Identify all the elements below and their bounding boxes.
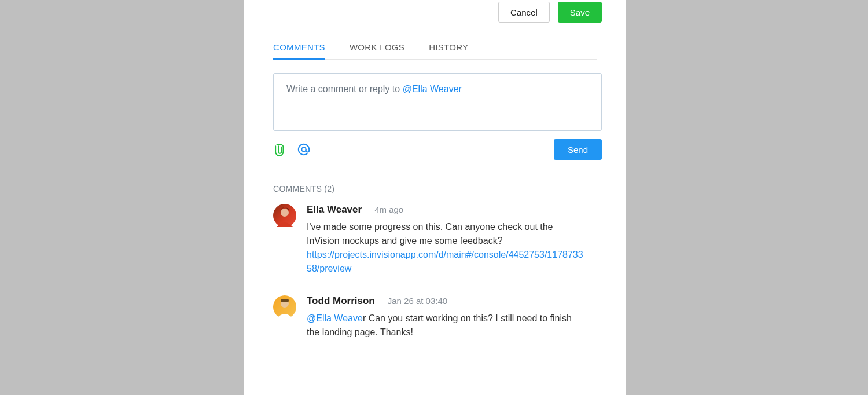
tab-comments[interactable]: Comments — [273, 42, 325, 60]
comment-list: Ella Weaver 4m ago I've made some progre… — [273, 204, 602, 339]
comment-header: Todd Morrison Jan 26 at 03:40 — [307, 295, 584, 307]
avatar — [273, 204, 296, 227]
content-area: Write a comment or reply to @Ella Weaver — [273, 73, 602, 359]
comment-author: Ella Weaver — [307, 204, 362, 215]
attachment-icon[interactable] — [273, 143, 285, 156]
comment-body: Ella Weaver 4m ago I've made some progre… — [307, 204, 584, 276]
mention-icon[interactable] — [297, 143, 310, 156]
comment-text-body: I've made some progress on this. Can any… — [307, 222, 553, 246]
save-button[interactable]: Save — [558, 2, 602, 23]
avatar — [273, 295, 296, 319]
comment-item: Ella Weaver 4m ago I've made some progre… — [273, 204, 602, 276]
composer-toolbar: Send — [273, 139, 602, 160]
comment-body: Todd Morrison Jan 26 at 03:40 @Ella Weav… — [307, 295, 584, 339]
svg-rect-3 — [281, 299, 289, 302]
comments-section-header: Comments (2) — [273, 184, 602, 193]
panel: Cancel Save Comments Work Logs History W… — [244, 0, 626, 395]
action-bar: Cancel Save — [498, 2, 602, 23]
comment-timestamp: Jan 26 at 03:40 — [388, 296, 447, 306]
comment-item: Todd Morrison Jan 26 at 03:40 @Ella Weav… — [273, 295, 602, 339]
comment-placeholder-text: Write a comment or reply to — [286, 84, 403, 94]
svg-point-1 — [281, 209, 289, 217]
comment-input[interactable]: Write a comment or reply to @Ella Weaver — [273, 73, 602, 131]
cancel-button[interactable]: Cancel — [498, 2, 550, 23]
comment-author: Todd Morrison — [307, 295, 375, 307]
send-button[interactable]: Send — [554, 139, 602, 160]
composer-icons — [273, 143, 310, 156]
tabs: Comments Work Logs History — [273, 42, 597, 60]
comment-header: Ella Weaver 4m ago — [307, 204, 584, 215]
tab-work-logs[interactable]: Work Logs — [350, 42, 404, 59]
comment-timestamp: 4m ago — [374, 204, 403, 214]
comments-header-label: Comments — [273, 184, 322, 193]
comment-mention[interactable]: @Ella Weave — [307, 313, 363, 323]
comment-text: @Ella Weaver Can you start working on th… — [307, 312, 584, 339]
comment-link[interactable]: https://projects.invisionapp.com/d/main#… — [307, 250, 583, 273]
comment-placeholder-mention: @Ella Weaver — [403, 84, 462, 94]
comments-count: 2 — [327, 184, 332, 193]
comment-text: I've made some progress on this. Can any… — [307, 220, 584, 276]
tab-history[interactable]: History — [429, 42, 468, 59]
svg-point-0 — [301, 147, 306, 151]
